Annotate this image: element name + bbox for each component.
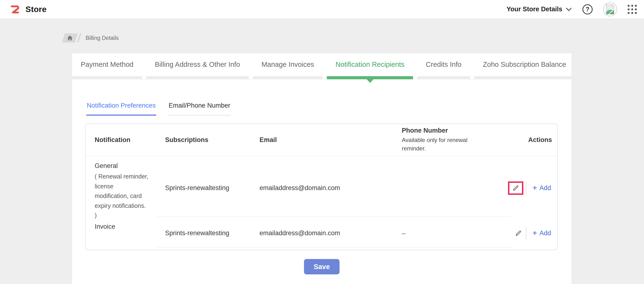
tab-payment-method[interactable]: Payment Method bbox=[72, 53, 142, 79]
store-details-menu[interactable]: Your Store Details bbox=[506, 6, 572, 13]
store-menu-label: Your Store Details bbox=[506, 6, 562, 13]
breadcrumb: Billing Details bbox=[64, 33, 119, 43]
apps-grid-button[interactable] bbox=[628, 5, 637, 14]
phone-cell: – bbox=[402, 217, 528, 250]
active-tab-pointer bbox=[367, 79, 374, 83]
col-header-email: Email bbox=[260, 136, 402, 144]
save-button[interactable]: Save bbox=[304, 259, 340, 274]
breadcrumb-slash bbox=[77, 34, 81, 42]
tab-zoho-subscription-balance[interactable]: Zoho Subscription Balance bbox=[474, 53, 575, 79]
question-icon: ? bbox=[586, 6, 589, 13]
tab-underline bbox=[72, 76, 142, 79]
app-header: Store Your Store Details ? bbox=[0, 0, 644, 19]
subtab-email-phone-number[interactable]: Email/Phone Number bbox=[168, 102, 231, 116]
zoho-logo-icon bbox=[9, 4, 21, 15]
phone-column-note: Available only for renewal reminder. bbox=[402, 136, 468, 153]
subscription-cell: Sprints-renewaltesting bbox=[165, 184, 260, 192]
highlight-box bbox=[508, 182, 523, 195]
email-cell: emailaddress@domain.com bbox=[260, 184, 402, 192]
edit-phone-button[interactable] bbox=[513, 228, 523, 238]
tab-billing-address[interactable]: Billing Address & Other Info bbox=[146, 53, 249, 79]
add-recipient-button[interactable]: + Add bbox=[532, 230, 551, 237]
notification-cell: General ( Renewal reminder, license modi… bbox=[86, 156, 165, 220]
avatar[interactable] bbox=[603, 2, 617, 16]
table-header-row: Notification Subscriptions Email Phone N… bbox=[86, 124, 557, 156]
tab-underline bbox=[474, 76, 575, 79]
notification-preferences-table: Notification Subscriptions Email Phone N… bbox=[85, 124, 558, 250]
col-header-phone: Phone Number Available only for renewal … bbox=[402, 127, 528, 153]
tab-underline-active bbox=[327, 76, 413, 79]
col-header-subscriptions: Subscriptions bbox=[165, 136, 260, 144]
col-header-notification: Notification bbox=[86, 136, 165, 144]
home-button[interactable] bbox=[62, 34, 78, 42]
tab-notification-recipients[interactable]: Notification Recipients bbox=[327, 53, 413, 79]
brand[interactable]: Store bbox=[9, 4, 46, 15]
plus-icon: + bbox=[532, 229, 537, 237]
subscription-cell: Sprints-renewaltesting bbox=[165, 230, 260, 237]
pencil-icon bbox=[512, 184, 519, 192]
tab-underline bbox=[146, 76, 249, 79]
tab-underline bbox=[417, 76, 470, 79]
chevron-down-icon bbox=[566, 7, 572, 12]
billing-details-panel: Payment Method Billing Address & Other I… bbox=[72, 53, 572, 284]
phone-cell bbox=[402, 156, 528, 220]
breadcrumb-current: Billing Details bbox=[86, 35, 119, 41]
brand-title: Store bbox=[26, 4, 46, 14]
table-row-invoice: Invoice Sprints-renewaltesting emailaddr… bbox=[86, 217, 557, 250]
subtab-notification-preferences[interactable]: Notification Preferences bbox=[86, 102, 156, 116]
pencil-icon bbox=[515, 230, 522, 237]
tab-manage-invoices[interactable]: Manage Invoices bbox=[253, 53, 323, 79]
broken-image-icon bbox=[606, 4, 615, 15]
actions-cell: + Add bbox=[528, 217, 557, 250]
plus-icon: + bbox=[532, 184, 537, 192]
actions-cell: + Add bbox=[528, 156, 557, 220]
tab-bar: Payment Method Billing Address & Other I… bbox=[72, 53, 572, 79]
help-button[interactable]: ? bbox=[582, 4, 592, 14]
header-actions: Your Store Details ? bbox=[506, 2, 637, 16]
add-recipient-button[interactable]: + Add bbox=[532, 184, 551, 192]
tab-credits-info[interactable]: Credits Info bbox=[417, 53, 470, 79]
col-header-actions: Actions bbox=[528, 136, 559, 144]
table-row-general: General ( Renewal reminder, license modi… bbox=[86, 156, 557, 217]
subtab-bar: Notification Preferences Email/Phone Num… bbox=[86, 102, 572, 116]
home-icon bbox=[67, 35, 73, 40]
edit-phone-button[interactable] bbox=[511, 183, 521, 193]
email-cell: emailaddress@domain.com bbox=[260, 230, 402, 237]
notification-cell: Invoice bbox=[86, 217, 165, 230]
tab-underline bbox=[253, 76, 323, 79]
